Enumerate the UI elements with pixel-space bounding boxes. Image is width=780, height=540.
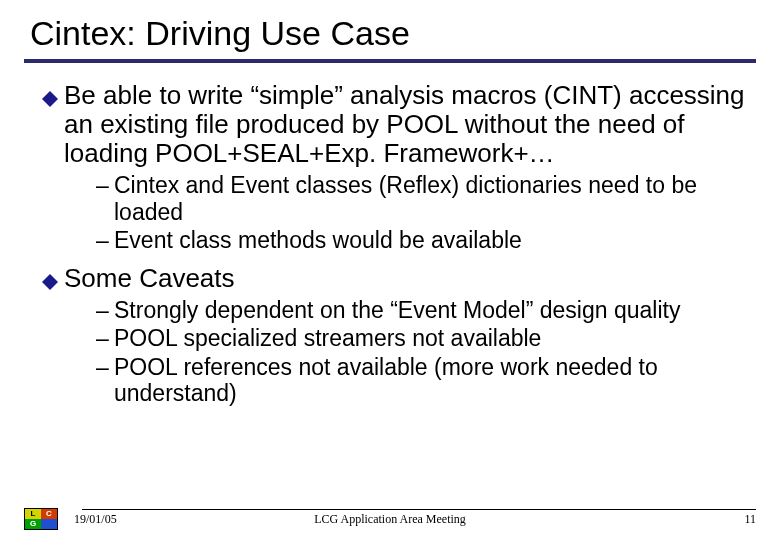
diamond-bullet-icon bbox=[42, 274, 58, 290]
title-underline bbox=[24, 59, 756, 63]
bullet-text: Some Caveats bbox=[64, 264, 235, 293]
bullet-item: Some Caveats bbox=[42, 264, 756, 293]
dash-icon: – bbox=[96, 297, 114, 323]
dash-icon: – bbox=[96, 354, 114, 380]
sub-bullet-item: – POOL specialized streamers not availab… bbox=[96, 325, 756, 351]
dash-icon: – bbox=[96, 325, 114, 351]
sub-bullet-text: Event class methods would be available bbox=[114, 227, 522, 253]
sub-bullet-text: POOL references not available (more work… bbox=[114, 354, 756, 407]
content-area: Be able to write “simple” analysis macro… bbox=[24, 81, 756, 407]
bullet-item: Be able to write “simple” analysis macro… bbox=[42, 81, 756, 168]
sub-bullet-text: Strongly dependent on the “Event Model” … bbox=[114, 297, 680, 323]
sub-bullet-list: – Cintex and Event classes (Reflex) dict… bbox=[42, 172, 756, 253]
diamond-bullet-icon bbox=[42, 91, 58, 107]
svg-marker-1 bbox=[42, 274, 58, 290]
sub-bullet-text: POOL specialized streamers not available bbox=[114, 325, 541, 351]
bullet-text: Be able to write “simple” analysis macro… bbox=[64, 81, 756, 168]
sub-bullet-item: – Strongly dependent on the “Event Model… bbox=[96, 297, 756, 323]
sub-bullet-text: Cintex and Event classes (Reflex) dictio… bbox=[114, 172, 756, 225]
dash-icon: – bbox=[96, 172, 114, 198]
svg-marker-0 bbox=[42, 91, 58, 107]
sub-bullet-item: – Cintex and Event classes (Reflex) dict… bbox=[96, 172, 756, 225]
slide: Cintex: Driving Use Case Be able to writ… bbox=[0, 0, 780, 540]
sub-bullet-list: – Strongly dependent on the “Event Model… bbox=[42, 297, 756, 407]
sub-bullet-item: – Event class methods would be available bbox=[96, 227, 756, 253]
slide-title: Cintex: Driving Use Case bbox=[24, 14, 756, 53]
sub-bullet-item: – POOL references not available (more wo… bbox=[96, 354, 756, 407]
footer: L C G 19/01/05 LCG Application Area Meet… bbox=[0, 508, 780, 530]
dash-icon: – bbox=[96, 227, 114, 253]
footer-center-text: LCG Application Area Meeting bbox=[0, 512, 780, 527]
